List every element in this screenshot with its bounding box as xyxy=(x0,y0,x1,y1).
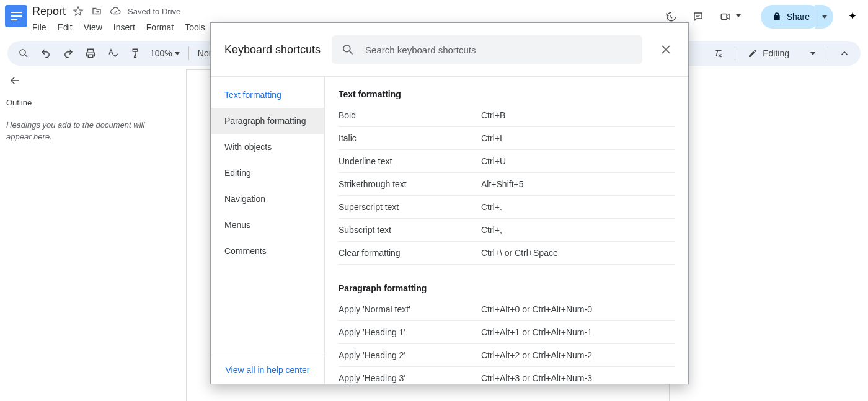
clear-formatting-icon[interactable] xyxy=(711,46,726,61)
zoom-select[interactable]: 100% xyxy=(150,48,180,58)
share-button[interactable]: Share xyxy=(761,5,821,29)
shortcut-row: Clear formattingCtrl+\ or Ctrl+Space xyxy=(339,242,675,265)
paint-format-icon[interactable] xyxy=(128,46,143,61)
shortcut-row: Apply 'Heading 2'Ctrl+Alt+2 or Ctrl+Alt+… xyxy=(339,344,675,367)
divider xyxy=(735,46,735,60)
shortcut-row: Underline textCtrl+U xyxy=(339,150,675,173)
nav-editing[interactable]: Editing xyxy=(211,160,324,186)
move-icon[interactable] xyxy=(91,5,103,17)
caret-down-icon[interactable] xyxy=(736,14,741,17)
spellcheck-icon[interactable] xyxy=(105,46,120,61)
share-label: Share xyxy=(787,12,810,22)
nav-with-objects[interactable]: With objects xyxy=(211,134,324,160)
meet-icon[interactable] xyxy=(717,9,733,25)
nav-menus[interactable]: Menus xyxy=(211,212,324,238)
shortcut-row: Subscript textCtrl+, xyxy=(339,219,675,242)
search-menus-icon[interactable] xyxy=(16,46,31,61)
keyboard-shortcuts-dialog: Keyboard shortcuts Text formatting Parag… xyxy=(210,22,689,384)
section-title-paragraph: Paragraph formatting xyxy=(339,283,675,293)
svg-point-2 xyxy=(343,45,350,52)
saved-status: Saved to Drive xyxy=(128,7,180,16)
cloud-saved-icon[interactable] xyxy=(109,5,122,17)
dialog-title: Keyboard shortcuts xyxy=(224,43,321,56)
menu-file[interactable]: File xyxy=(32,22,46,32)
document-title[interactable]: Report xyxy=(32,5,66,18)
star-icon[interactable] xyxy=(72,5,84,17)
divider xyxy=(188,46,189,60)
nav-paragraph-formatting[interactable]: Paragraph formatting xyxy=(211,108,324,134)
nav-navigation[interactable]: Navigation xyxy=(211,186,324,212)
svg-point-1 xyxy=(20,50,25,55)
editing-mode-select[interactable]: Editing xyxy=(744,48,819,58)
shortcut-row: Apply 'Normal text'Ctrl+Alt+0 or Ctrl+Al… xyxy=(339,298,675,321)
help-center-link[interactable]: View all in help center xyxy=(211,356,324,384)
undo-icon[interactable] xyxy=(38,46,53,61)
svg-rect-0 xyxy=(721,14,727,20)
section-title-text: Text formatting xyxy=(339,89,675,99)
zoom-value: 100% xyxy=(150,48,172,58)
nav-text-formatting[interactable]: Text formatting xyxy=(211,82,324,108)
print-icon[interactable] xyxy=(83,46,98,61)
menu-tools[interactable]: Tools xyxy=(185,22,205,32)
comments-icon[interactable] xyxy=(690,9,706,25)
dialog-search[interactable] xyxy=(332,35,642,64)
search-icon xyxy=(342,43,354,56)
outline-hint: Headings you add to the document will ap… xyxy=(6,120,149,143)
menu-view[interactable]: View xyxy=(84,22,102,32)
dialog-header: Keyboard shortcuts xyxy=(211,23,688,76)
dialog-nav: Text formatting Paragraph formatting Wit… xyxy=(211,77,325,384)
shortcut-row: Strikethrough textAlt+Shift+5 xyxy=(339,173,675,196)
dialog-search-input[interactable] xyxy=(364,44,632,56)
shortcut-row: Apply 'Heading 1'Ctrl+Alt+1 or Ctrl+Alt+… xyxy=(339,321,675,344)
shortcut-row: BoldCtrl+B xyxy=(339,104,675,127)
back-arrow-icon[interactable] xyxy=(6,72,24,89)
right-tools: Share xyxy=(663,5,861,29)
caret-down-icon xyxy=(175,52,180,55)
docs-logo-icon[interactable] xyxy=(5,5,27,27)
outline-panel: Outline Headings you add to the document… xyxy=(0,66,186,401)
menu-insert[interactable]: Insert xyxy=(113,22,135,32)
outline-title: Outline xyxy=(6,98,177,107)
redo-icon[interactable] xyxy=(61,46,76,61)
editing-mode-label: Editing xyxy=(763,48,789,58)
close-icon[interactable] xyxy=(657,41,675,58)
shortcut-row: ItalicCtrl+I xyxy=(339,127,675,150)
nav-comments[interactable]: Comments xyxy=(211,238,324,264)
share-dropdown[interactable] xyxy=(815,5,833,29)
gemini-sparkle-icon[interactable] xyxy=(844,9,861,25)
dialog-content[interactable]: Text formatting BoldCtrl+B ItalicCtrl+I … xyxy=(325,77,688,384)
shortcut-row: Apply 'Heading 3'Ctrl+Alt+3 or Ctrl+Alt+… xyxy=(339,367,675,384)
menu-format[interactable]: Format xyxy=(146,22,174,32)
chevron-up-icon[interactable] xyxy=(837,46,852,61)
divider xyxy=(828,46,828,60)
shortcut-row: Superscript textCtrl+. xyxy=(339,196,675,219)
caret-down-icon xyxy=(810,52,815,55)
menu-edit[interactable]: Edit xyxy=(58,22,73,32)
